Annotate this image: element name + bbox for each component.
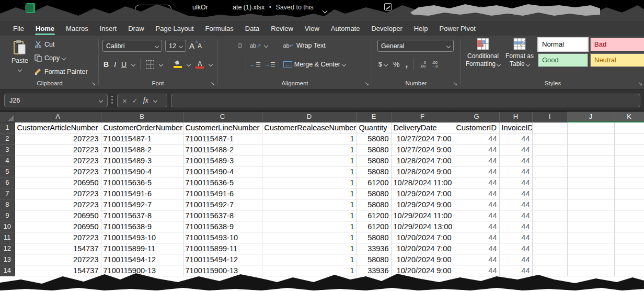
cell-C11[interactable]: 7100115493-10	[183, 232, 262, 243]
cell-I10[interactable]	[532, 221, 567, 232]
cell-K7[interactable]	[614, 188, 644, 199]
cell-E5[interactable]: 58080	[356, 166, 391, 177]
cell-K4[interactable]	[614, 155, 644, 166]
cell-D14[interactable]: 1	[262, 265, 356, 276]
cell-K2[interactable]	[614, 133, 644, 144]
cell-E8[interactable]: 58080	[356, 199, 391, 210]
column-header-f[interactable]: F	[391, 111, 454, 122]
cell-G4[interactable]: 44	[454, 155, 499, 166]
column-header-j[interactable]: J	[567, 111, 614, 122]
cell-A1[interactable]: CustomerArticleNumber	[15, 122, 101, 133]
percent-style-button[interactable]: %	[393, 60, 399, 69]
row-header-12[interactable]: 12	[0, 243, 15, 254]
cell-G12[interactable]: 44	[454, 243, 499, 254]
cell-B11[interactable]: 7100115493-10	[101, 232, 183, 243]
cell-C7[interactable]: 7100115491-6	[183, 188, 262, 199]
tab-file[interactable]: File	[7, 22, 30, 35]
cell-E1[interactable]: Quantity	[356, 122, 391, 133]
cell-A13[interactable]: 207223	[15, 254, 101, 265]
cell-J9[interactable]	[567, 210, 614, 221]
cell-E10[interactable]: 61200	[356, 221, 391, 232]
cell-F10[interactable]: 10/29/2024 13:00	[391, 221, 454, 232]
cell-B8[interactable]: 7100115492-7	[101, 199, 183, 210]
clipboard-dialog-launcher-icon[interactable]: ↘	[91, 81, 96, 86]
cell-F5[interactable]: 10/28/2024 9:00	[391, 166, 454, 177]
column-header-b[interactable]: B	[101, 111, 183, 122]
cancel-entry-button[interactable]: ×	[122, 96, 127, 105]
decrease-indent-button[interactable]: ←☰	[250, 61, 261, 68]
row-header-1[interactable]: 1	[0, 122, 15, 133]
cell-E2[interactable]: 58080	[356, 133, 391, 144]
cell-E3[interactable]: 58080	[356, 144, 391, 155]
cell-B7[interactable]: 7100115491-6	[101, 188, 183, 199]
cell-A4[interactable]: 207223	[15, 155, 101, 166]
cell-G6[interactable]: 44	[454, 177, 499, 188]
formula-input[interactable]	[171, 94, 640, 107]
number-dialog-launcher-icon[interactable]: ↘	[453, 81, 457, 86]
italic-button[interactable]: I	[114, 60, 116, 69]
middle-align-button[interactable]	[230, 43, 234, 48]
borders-dropdown-chevron-icon[interactable]	[159, 62, 163, 66]
font-color-button[interactable]: A	[196, 60, 204, 69]
tab-developer[interactable]: Developer	[365, 22, 408, 35]
cell-I7[interactable]	[532, 188, 567, 199]
cell-I13[interactable]	[532, 254, 567, 265]
cell-D7[interactable]: 1	[262, 188, 356, 199]
cell-E11[interactable]: 58080	[356, 232, 391, 243]
cell-G13[interactable]: 44	[454, 254, 499, 265]
row-header-9[interactable]: 9	[0, 210, 15, 221]
accounting-format-button[interactable]: $	[378, 61, 387, 68]
cell-F4[interactable]: 10/28/2024 7:00	[391, 155, 454, 166]
cell-C2[interactable]: 7100115487-1	[183, 133, 262, 144]
cell-J7[interactable]	[567, 188, 614, 199]
cell-G3[interactable]: 44	[454, 144, 499, 155]
column-header-h[interactable]: H	[499, 111, 532, 122]
cell-G8[interactable]: 44	[454, 199, 499, 210]
format-painter-button[interactable]: Format Painter	[34, 68, 88, 75]
cell-G7[interactable]: 44	[454, 188, 499, 199]
cell-B14[interactable]: 7100115900-13	[101, 265, 183, 276]
style-bad[interactable]: Bad	[590, 38, 644, 51]
cell-H2[interactable]: 44	[499, 133, 532, 144]
cell-C4[interactable]: 7100115489-3	[183, 155, 262, 166]
cell-J12[interactable]	[567, 243, 614, 254]
align-left-button[interactable]	[222, 62, 226, 66]
cell-I12[interactable]	[532, 243, 567, 254]
tab-formulas[interactable]: Formulas	[200, 22, 239, 35]
style-neutral[interactable]: Neutral	[590, 53, 644, 67]
cell-B6[interactable]: 7100115636-5	[101, 177, 183, 188]
decrease-font-size-button[interactable]: Aˇ	[198, 42, 202, 50]
decrease-decimal-button[interactable]: .00→0	[432, 61, 438, 68]
cell-I6[interactable]	[532, 177, 567, 188]
cell-J13[interactable]	[567, 254, 614, 265]
cell-E4[interactable]: 58080	[356, 155, 391, 166]
cell-B4[interactable]: 7100115489-3	[101, 155, 183, 166]
tab-automate[interactable]: Automate	[325, 22, 366, 35]
cell-G2[interactable]: 44	[454, 133, 499, 144]
cell-B5[interactable]: 7100115490-4	[101, 166, 183, 177]
underline-dropdown-chevron-icon[interactable]	[131, 62, 135, 66]
cell-K6[interactable]	[614, 177, 644, 188]
cell-C5[interactable]: 7100115490-4	[183, 166, 262, 177]
cell-C9[interactable]: 7100115637-8	[183, 210, 262, 221]
cell-H6[interactable]: 44	[499, 177, 532, 188]
cell-A3[interactable]: 207223	[15, 144, 101, 155]
cell-C14[interactable]: 7100115900-13	[183, 265, 262, 276]
increase-indent-button[interactable]: →☰	[264, 61, 275, 68]
tab-view[interactable]: View	[299, 22, 325, 35]
confirm-entry-button[interactable]: ✓	[132, 97, 138, 105]
align-center-button[interactable]	[230, 62, 234, 66]
cell-I1[interactable]	[532, 122, 567, 133]
style-normal[interactable]: Normal	[538, 38, 588, 51]
row-header-11[interactable]: 11	[0, 232, 15, 243]
cell-J1[interactable]	[567, 122, 614, 133]
cell-A6[interactable]: 206950	[15, 177, 101, 188]
tab-review[interactable]: Review	[265, 22, 299, 35]
cell-A11[interactable]: 207223	[15, 232, 101, 243]
autosave-toggle-fragment[interactable]	[135, 5, 171, 13]
cell-K10[interactable]	[614, 221, 644, 232]
styles-dialog-launcher-icon[interactable]: ↘	[638, 81, 642, 86]
cell-B2[interactable]: 7100115487-1	[101, 133, 183, 144]
cell-D8[interactable]: 1	[262, 199, 356, 210]
cell-F13[interactable]: 10/20/2024 9:00	[391, 254, 454, 265]
